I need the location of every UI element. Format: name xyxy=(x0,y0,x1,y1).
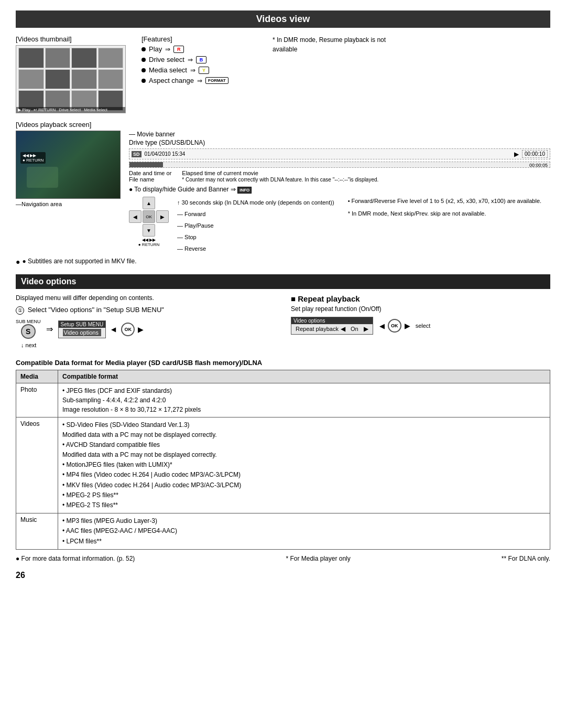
nav-labels: ↑ 30 seconds skip (In DLNA mode only (de… xyxy=(177,197,334,254)
dpad: ▲ ◀ OK ▶ ▼ xyxy=(129,197,169,237)
elapsed-label: Elapsed time of current movie * Counter … xyxy=(182,170,378,183)
media-photo: Photo xyxy=(16,383,58,417)
right-arrow-icon: ▶ xyxy=(138,325,144,334)
table-row: Videos • SD-Video Files (SD-Video Standa… xyxy=(16,417,550,513)
status-bar: SD 01/04/2010 15:34 ▶ 00:00:10 xyxy=(129,148,550,159)
bullet-icon xyxy=(142,58,146,62)
compat-table: Media Compatible format Photo • JPEG fil… xyxy=(16,370,550,550)
play-btn-icon: R xyxy=(173,46,184,53)
time-display: 00:00:10 xyxy=(522,150,548,158)
vo-step-title: ① Select "Video options" in "Setup SUB M… xyxy=(16,306,275,315)
footer-note2: * For Media player only xyxy=(286,555,350,562)
thumbnail-label: [Videos thumbnail] xyxy=(16,35,131,43)
arrow-icon2: ◀ xyxy=(111,326,116,333)
dpad-left[interactable]: ◀ xyxy=(129,210,142,223)
media-music: Music xyxy=(16,513,58,550)
repeat-playback-title: ■ Repeat playback xyxy=(291,294,550,303)
feature-play: Play ⇒ R xyxy=(142,45,257,53)
aspect-btn-icon: FORMAT xyxy=(205,77,228,84)
drive-type-label: Drive type (SD/USB/DLNA) xyxy=(129,139,550,146)
bullet-icon xyxy=(142,47,146,51)
page-title: Videos view xyxy=(16,10,550,28)
format-music: • MP3 files (MPEG Audio Layer-3) • AAC f… xyxy=(58,513,550,550)
repeat-subtitle: Set play repeat function (On/Off) xyxy=(291,305,550,313)
video-options-menu-item[interactable]: Video options xyxy=(63,329,102,336)
repeat-row: Repeat playback ◀ On ▶ xyxy=(296,325,368,333)
date-display: 01/04/2010 15:34 xyxy=(145,151,186,157)
menu-diagram: SUB MENU S ⇒ Setup SUB MENU Video option… xyxy=(16,319,275,340)
footer-notes: ● For more data format information. (p. … xyxy=(16,555,550,562)
bullet-icon xyxy=(142,68,146,72)
step-num-icon: ① xyxy=(16,306,24,315)
playback-label: [Videos playback screen] xyxy=(16,121,550,129)
compat-section: Compatible Data format for Media player … xyxy=(16,359,550,550)
left-arrow-icon: ◀ xyxy=(341,325,345,333)
dpad-up[interactable]: ▲ xyxy=(143,197,155,209)
sd-badge: SD xyxy=(132,151,142,157)
page-number: 26 xyxy=(16,571,550,580)
counter-note: * Counter may not work correctly with DL… xyxy=(182,177,378,183)
col-media: Media xyxy=(16,370,58,383)
video-options-box: Video options Repeat playback ◀ On ▶ xyxy=(291,317,373,335)
bullet-icon xyxy=(142,79,146,83)
format-videos: • SD-Video Files (SD-Video Standard Ver.… xyxy=(58,417,550,513)
sub-s-btn[interactable]: S xyxy=(21,324,36,339)
vo-note: Displayed menu will differ depending on … xyxy=(16,294,275,302)
footer-note1: ● For more data format information. (p. … xyxy=(16,555,135,562)
table-row: Photo • JPEG files (DCF and EXIF standar… xyxy=(16,383,550,417)
ok-btn2[interactable]: OK xyxy=(388,319,401,333)
setup-submenu-box: Setup SUB MENU Video options xyxy=(58,320,106,338)
dpad-down[interactable]: ▼ xyxy=(143,224,155,237)
elapsed-display: 00:00:05 xyxy=(529,163,548,168)
return-overlay: ◀◀ ▶▶● RETURN xyxy=(20,152,46,164)
right-arrow-icon2: ▶ xyxy=(364,325,368,333)
playback-screen: ◀◀ ▶▶● RETURN xyxy=(16,131,121,199)
table-row: Music • MP3 files (MPEG Audio Layer-3) •… xyxy=(16,513,550,550)
footer-note3: ** For DLNA only. xyxy=(502,555,550,562)
feature-drive-select: Drive select ⇒ B xyxy=(142,56,257,63)
play-indicator: ▶ xyxy=(514,151,519,158)
nav-right-notes: • Forward/Reverse Five level of 1 to 5 (… xyxy=(348,197,541,218)
dmr-note: * In DMR mode, Resume playback is not av… xyxy=(273,35,388,54)
select-label: select xyxy=(416,323,431,329)
arrow-icon3: ◀ xyxy=(379,322,385,330)
format-photo: • JPEG files (DCF and EXIF standards) Su… xyxy=(58,383,550,417)
dpad-ok[interactable]: OK xyxy=(143,210,155,223)
compat-title: Compatible Data format for Media player … xyxy=(16,359,550,367)
features-label: [Features] xyxy=(142,35,257,43)
repeat-value: On xyxy=(347,326,362,332)
dpad-right[interactable]: ▶ xyxy=(156,210,169,223)
sub-menu-icon: SUB MENU S xyxy=(16,319,41,340)
right-arrow-icon3: ▶ xyxy=(405,322,410,330)
date-file-label: Date and time orFile name xyxy=(129,170,171,183)
thumbnail-grid: ▶ Play ↩ RETURN Drive select Media selec… xyxy=(16,45,126,113)
info-btn-icon: INFO xyxy=(237,187,252,194)
ok-button[interactable]: OK xyxy=(121,323,135,336)
drive-select-btn-icon: B xyxy=(196,56,206,63)
feature-media-select: Media select ⇒ Y xyxy=(142,66,257,74)
media-select-btn-icon: Y xyxy=(199,67,209,74)
next-label: ↓ next xyxy=(21,342,275,348)
progress-bar: 00:00:05 xyxy=(129,162,550,168)
arrow-icon: ⇒ xyxy=(46,324,53,334)
thumbnail-bottom-bar: ▶ Play ↩ RETURN Drive select Media selec… xyxy=(16,107,125,113)
video-options-header: Video options xyxy=(16,274,550,289)
guide-note: ● To display/hide Guide and Banner ⇒ INF… xyxy=(129,186,550,194)
movie-banner-label: Movie banner xyxy=(137,131,175,138)
subtitles-note: ● ● Subtitles are not supported in MKV f… xyxy=(16,258,550,266)
nav-area-label: —Navigation area xyxy=(16,201,121,207)
repeat-diagram: Video options Repeat playback ◀ On ▶ ◀ O… xyxy=(291,317,550,335)
media-videos: Videos xyxy=(16,417,58,513)
feature-aspect-change: Aspect change ⇒ FORMAT xyxy=(142,77,257,84)
col-format: Compatible format xyxy=(58,370,550,383)
